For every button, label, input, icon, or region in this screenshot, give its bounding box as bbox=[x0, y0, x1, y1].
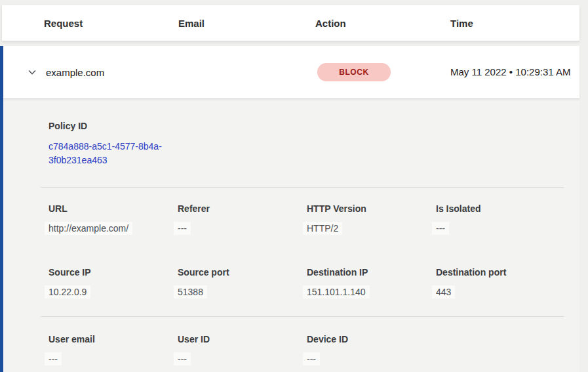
http-version-label: HTTP Version bbox=[307, 203, 436, 214]
field-is-isolated: Is Isolated --- bbox=[436, 203, 565, 234]
log-table-header: Request Email Action Time bbox=[2, 5, 579, 41]
device-id-label: Device ID bbox=[307, 334, 436, 344]
row-expander[interactable] bbox=[3, 67, 46, 77]
destination-port-label: Destination port bbox=[436, 267, 565, 278]
url-label: URL bbox=[49, 203, 178, 214]
policy-section: Policy ID c784a888-a5c1-4577-8b4a-3f0b23… bbox=[49, 121, 564, 167]
column-header-action: Action bbox=[315, 18, 450, 29]
field-url: URL http://example.com/ bbox=[49, 203, 178, 234]
user-details-row: User email --- User ID --- Device ID --- bbox=[49, 334, 564, 365]
destination-ip-value: 151.101.1.140 bbox=[303, 285, 370, 299]
log-row-expanded: example.com BLOCK May 11 2022 • 10:29:31… bbox=[0, 46, 579, 372]
user-email-label: User email bbox=[49, 334, 178, 344]
referer-label: Referer bbox=[178, 203, 307, 214]
divider bbox=[41, 187, 564, 188]
destination-ip-label: Destination IP bbox=[307, 267, 436, 278]
destination-port-value: 443 bbox=[432, 285, 455, 299]
time-value: May 11 2022 • 10:29:31 AM bbox=[450, 64, 576, 80]
field-device-id: Device ID --- bbox=[307, 334, 436, 365]
device-id-value: --- bbox=[303, 352, 320, 365]
field-destination-port: Destination port 443 bbox=[436, 267, 565, 298]
column-header-email: Email bbox=[178, 18, 315, 29]
field-referer: Referer --- bbox=[178, 203, 307, 234]
is-isolated-value: --- bbox=[432, 222, 449, 235]
field-user-email: User email --- bbox=[49, 334, 178, 365]
source-port-label: Source port bbox=[178, 267, 307, 278]
field-source-ip: Source IP 10.22.0.9 bbox=[49, 267, 178, 298]
source-ip-value: 10.22.0.9 bbox=[45, 285, 90, 299]
column-header-time: Time bbox=[450, 18, 579, 29]
divider bbox=[41, 316, 564, 317]
field-empty bbox=[436, 334, 565, 365]
policy-id-label: Policy ID bbox=[49, 121, 564, 131]
http-version-value: HTTP/2 bbox=[303, 222, 342, 235]
log-row[interactable]: example.com BLOCK May 11 2022 • 10:29:31… bbox=[3, 46, 579, 98]
block-status-badge: BLOCK bbox=[317, 63, 391, 81]
user-id-label: User ID bbox=[178, 334, 307, 344]
is-isolated-label: Is Isolated bbox=[436, 203, 565, 214]
chevron-down-icon bbox=[27, 67, 37, 77]
column-header-request: Request bbox=[44, 18, 178, 29]
field-http-version: HTTP Version HTTP/2 bbox=[307, 203, 436, 234]
field-destination-ip: Destination IP 151.101.1.140 bbox=[307, 267, 436, 298]
field-source-port: Source port 51388 bbox=[178, 267, 307, 298]
policy-id-link[interactable]: c784a888-a5c1-4577-8b4a-3f0b231ea463 bbox=[49, 140, 178, 167]
referer-value: --- bbox=[174, 222, 191, 235]
network-details-row: Source IP 10.22.0.9 Source port 51388 De… bbox=[49, 267, 564, 298]
source-ip-label: Source IP bbox=[49, 267, 178, 278]
url-value: http://example.com/ bbox=[45, 222, 132, 235]
request-detail-panel: Policy ID c784a888-a5c1-4577-8b4a-3f0b23… bbox=[3, 98, 579, 372]
field-user-id: User ID --- bbox=[178, 334, 307, 365]
action-cell: BLOCK bbox=[315, 63, 450, 81]
user-id-value: --- bbox=[174, 352, 191, 365]
source-port-value: 51388 bbox=[174, 285, 207, 299]
http-details-row: URL http://example.com/ Referer --- HTTP… bbox=[49, 203, 564, 234]
user-email-value: --- bbox=[45, 352, 62, 365]
request-value: example.com bbox=[46, 67, 178, 78]
